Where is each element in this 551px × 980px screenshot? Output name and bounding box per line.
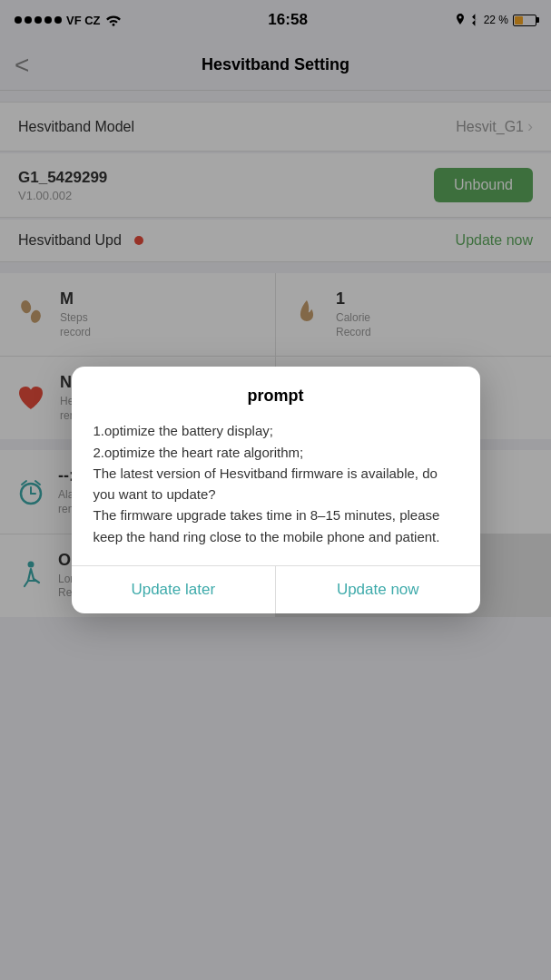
update-later-button[interactable]: Update later bbox=[72, 566, 276, 613]
dialog-actions: Update later Update now bbox=[72, 566, 480, 613]
modal-overlay: prompt 1.optimize the battery display; 2… bbox=[0, 0, 551, 980]
dialog-title: prompt bbox=[72, 367, 480, 415]
dialog-body: 1.optimize the battery display; 2.optimi… bbox=[72, 415, 480, 565]
prompt-dialog: prompt 1.optimize the battery display; 2… bbox=[72, 367, 480, 613]
update-now-button[interactable]: Update now bbox=[276, 566, 480, 613]
